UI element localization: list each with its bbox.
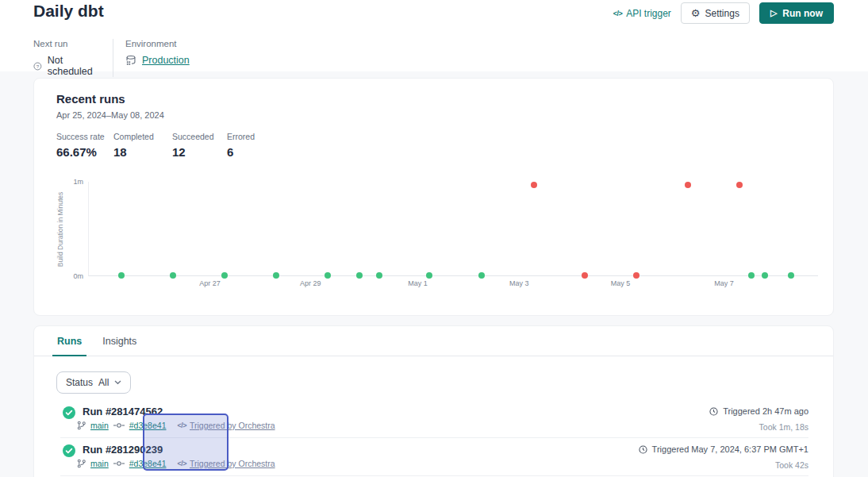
recent-runs-card: Recent runs Apr 25, 2024–May 08, 2024 Su… bbox=[33, 78, 834, 316]
run-data-point-success[interactable] bbox=[273, 272, 279, 279]
settings-label: Settings bbox=[705, 8, 739, 19]
commit-link[interactable]: #d3e8e41 bbox=[129, 421, 167, 430]
runs-list: Run #281474562 main #d3e8e41 bbox=[60, 400, 808, 476]
play-icon: ▷ bbox=[770, 9, 777, 17]
git-commit-icon bbox=[113, 422, 125, 429]
environment-block: Environment Production bbox=[125, 39, 190, 77]
page-title: Daily dbt bbox=[33, 2, 104, 21]
y-axis-title: Build Duration in Minutes bbox=[55, 182, 66, 276]
runs-card: Runs Insights Status All Run #281474562 bbox=[33, 325, 834, 477]
run-duration-text: Took 42s bbox=[639, 460, 808, 470]
x-axis-tick: May 1 bbox=[408, 279, 428, 287]
run-name[interactable]: Run #281474562 bbox=[83, 406, 163, 417]
next-run-label: Next run bbox=[33, 39, 100, 48]
commit-link[interactable]: #d3e8e41 bbox=[129, 459, 167, 468]
branch-link[interactable]: main bbox=[90, 421, 109, 430]
run-details: main #d3e8e41 </> Triggered by Orchestra bbox=[77, 421, 275, 430]
run-data-point-success[interactable] bbox=[221, 272, 228, 279]
run-success-icon bbox=[63, 444, 75, 457]
run-row[interactable]: Run #281290239 main #d3e8e41 bbox=[60, 438, 808, 476]
run-row[interactable]: Run #281474562 main #d3e8e41 bbox=[60, 400, 808, 438]
job-meta: Next run ? Not scheduled Environment bbox=[33, 39, 190, 77]
clock-icon bbox=[639, 445, 647, 454]
run-data-point-error[interactable] bbox=[531, 182, 537, 188]
api-trigger-label: API trigger bbox=[626, 8, 671, 19]
header-actions: </> API trigger ⚙ Settings ▷ Run now bbox=[613, 2, 834, 24]
stat-succeeded: Succeeded 12 bbox=[172, 132, 227, 159]
git-commit-icon bbox=[113, 460, 125, 467]
job-page: Daily dbt </> API trigger ⚙ Settings ▷ R… bbox=[0, 0, 868, 477]
run-name[interactable]: Run #281290239 bbox=[83, 444, 163, 456]
stat-completed: Completed 18 bbox=[113, 132, 172, 159]
run-data-point-success[interactable] bbox=[118, 272, 125, 279]
clock-icon bbox=[709, 407, 718, 416]
run-timing: Triggered May 7, 2024, 6:37 PM GMT+1 Too… bbox=[639, 444, 808, 470]
stat-success-rate: Success rate 66.67% bbox=[56, 132, 113, 159]
help-circle-icon: ? bbox=[33, 61, 42, 71]
run-triggered-text: Triggered 2h 47m ago bbox=[723, 406, 808, 416]
git-branch-icon bbox=[77, 459, 86, 468]
status-filter-dropdown[interactable]: Status All bbox=[56, 371, 131, 394]
run-data-point-success[interactable] bbox=[170, 272, 176, 279]
tab-bar: Runs Insights bbox=[34, 326, 833, 356]
code-icon: </> bbox=[177, 421, 186, 429]
chevron-down-icon bbox=[114, 380, 121, 385]
x-axis-tick: Apr 27 bbox=[199, 279, 221, 287]
next-run-value: Not scheduled bbox=[48, 55, 100, 77]
gear-icon: ⚙ bbox=[691, 8, 701, 18]
y-axis-tick: 0m bbox=[66, 272, 83, 280]
y-axis-tick: 1m bbox=[66, 178, 83, 186]
run-now-label: Run now bbox=[782, 8, 823, 19]
trigger-source-link[interactable]: </> Triggered by Orchestra bbox=[177, 459, 275, 468]
run-data-point-success[interactable] bbox=[788, 272, 794, 279]
environment-label: Environment bbox=[125, 39, 190, 48]
svg-text:?: ? bbox=[36, 63, 40, 68]
recent-runs-date-range: Apr 25, 2024–May 08, 2024 bbox=[56, 110, 164, 120]
meta-divider bbox=[113, 39, 113, 77]
run-data-point-error[interactable] bbox=[633, 272, 639, 279]
run-data-point-success[interactable] bbox=[762, 272, 768, 279]
stats-row: Success rate 66.67% Completed 18 Succeed… bbox=[56, 132, 255, 159]
run-duration-text: Took 1m, 18s bbox=[709, 422, 808, 432]
git-branch-icon bbox=[77, 421, 86, 430]
run-data-point-error[interactable] bbox=[685, 182, 691, 188]
chart-plot: Apr 27Apr 29May 1May 3May 5May 7 bbox=[88, 182, 818, 276]
run-data-point-error[interactable] bbox=[582, 272, 588, 279]
run-data-point-success[interactable] bbox=[478, 272, 485, 279]
x-axis-tick: May 3 bbox=[509, 279, 529, 287]
build-duration-chart: Build Duration in Minutes 1m 0m Apr 27Ap… bbox=[34, 172, 835, 303]
run-data-point-success[interactable] bbox=[325, 272, 331, 279]
run-success-icon bbox=[63, 406, 75, 419]
code-icon: </> bbox=[177, 460, 186, 467]
run-data-point-error[interactable] bbox=[736, 182, 743, 188]
tab-runs[interactable]: Runs bbox=[52, 326, 86, 356]
run-timing: Triggered 2h 47m ago Took 1m, 18s bbox=[709, 406, 808, 432]
x-axis-tick: May 7 bbox=[714, 279, 734, 287]
run-triggered-text: Triggered May 7, 2024, 6:37 PM GMT+1 bbox=[652, 444, 808, 454]
branch-link[interactable]: main bbox=[90, 459, 109, 468]
run-data-point-success[interactable] bbox=[748, 272, 755, 279]
recent-runs-title: Recent runs bbox=[56, 92, 125, 106]
environment-link[interactable]: Production bbox=[142, 55, 190, 66]
settings-button[interactable]: ⚙ Settings bbox=[681, 2, 750, 24]
tab-insights[interactable]: Insights bbox=[98, 326, 141, 356]
trigger-source-link[interactable]: </> Triggered by Orchestra bbox=[177, 421, 275, 430]
x-axis-tick: May 5 bbox=[611, 279, 631, 287]
stat-errored: Errored 6 bbox=[227, 132, 255, 159]
run-data-point-success[interactable] bbox=[426, 272, 432, 279]
run-data-point-success[interactable] bbox=[356, 272, 363, 279]
api-trigger-link[interactable]: </> API trigger bbox=[613, 8, 671, 19]
environment-icon bbox=[125, 55, 136, 66]
x-axis-tick: Apr 29 bbox=[300, 279, 321, 287]
run-details: main #d3e8e41 </> Triggered by Orchestra bbox=[77, 459, 275, 468]
code-icon: </> bbox=[613, 10, 623, 17]
run-now-button[interactable]: ▷ Run now bbox=[759, 2, 834, 24]
next-run-block: Next run ? Not scheduled bbox=[33, 39, 100, 77]
run-data-point-success[interactable] bbox=[376, 272, 382, 279]
